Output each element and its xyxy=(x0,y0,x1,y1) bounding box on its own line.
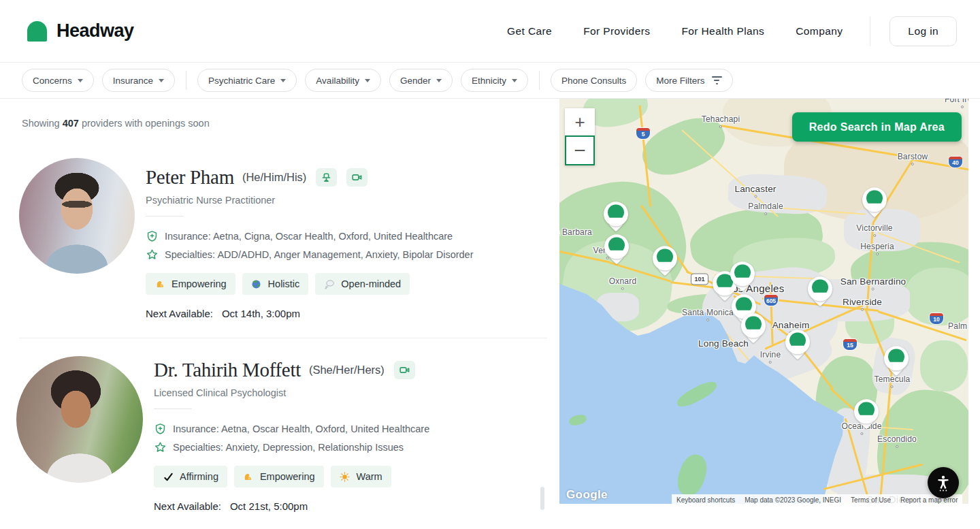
map-city-label: Escondido xyxy=(877,434,917,444)
filter-divider xyxy=(186,71,186,90)
keyboard-shortcuts-link[interactable]: Keyboard shortcuts xyxy=(672,494,740,504)
specialties-row: Specialties: ADD/ADHD, Anger Management,… xyxy=(146,246,473,264)
us-route-shield-icon: 101 xyxy=(691,274,708,285)
provider-info: Peter Pham (He/Him/His) Psychiatric Nurs… xyxy=(146,158,473,319)
nav-for-providers[interactable]: For Providers xyxy=(583,25,650,37)
map-city-label: Palmdale xyxy=(748,202,783,211)
provider-name[interactable]: Peter Pham xyxy=(146,166,234,189)
in-person-chair-icon xyxy=(316,168,337,187)
sun-icon xyxy=(340,471,350,482)
specialties-row: Specialties: Anxiety, Depression, Relati… xyxy=(154,438,429,457)
map-canvas[interactable]: 5401016051015 TehachapiFort IrwinLancast… xyxy=(559,99,968,504)
filter-divider xyxy=(539,71,540,90)
map-city-label: Riverside xyxy=(843,297,882,307)
provider-info: Dr. Tahirih Moffett (She/Her/Hers) Licen… xyxy=(154,356,429,512)
headway-logo[interactable]: Headway xyxy=(27,20,134,42)
filter-availability[interactable]: Availability xyxy=(305,69,381,92)
trait-badges: Empowering Holistic Open-minded xyxy=(146,273,473,295)
divider xyxy=(154,408,192,409)
chevron-down-icon xyxy=(512,79,517,82)
map-data-attribution: Map data ©2023 Google, INEGI xyxy=(740,494,846,504)
interstate-shield-icon: 15 xyxy=(843,338,858,351)
brand-name: Headway xyxy=(56,20,134,42)
map-city-label: San Bernardino xyxy=(840,276,906,287)
provider-map-pin[interactable] xyxy=(652,246,678,281)
filter-label: More Filters xyxy=(656,76,704,86)
provider-map-pin[interactable] xyxy=(862,187,887,223)
map-city-label: Tehachapi xyxy=(702,114,740,124)
filter-insurance[interactable]: Insurance xyxy=(102,69,175,92)
filter-more-filters[interactable]: More Filters xyxy=(645,69,732,92)
next-available-row: Next Available:Oct 21st, 5:00pm xyxy=(154,500,429,512)
next-available-row: Next Available:Oct 14th, 3:00pm xyxy=(146,308,473,319)
filter-label: Availability xyxy=(316,76,359,86)
zoom-in-button[interactable]: + xyxy=(565,108,595,135)
thought-balloon-icon xyxy=(324,278,335,289)
map-city-label: Fort Irwin xyxy=(945,99,968,104)
login-button[interactable]: Log in xyxy=(889,16,957,46)
provider-map-pin[interactable] xyxy=(785,330,811,365)
chevron-down-icon xyxy=(365,79,370,82)
filter-ethnicity[interactable]: Ethnicity xyxy=(461,69,528,92)
google-logo[interactable]: Google xyxy=(566,488,608,502)
accessibility-button[interactable] xyxy=(928,467,959,498)
results-count: 407 xyxy=(63,118,79,129)
globe-icon xyxy=(251,278,262,289)
provider-map-pin[interactable] xyxy=(883,346,909,381)
report-map-error-link[interactable]: Report a map error xyxy=(896,494,962,504)
next-available-label: Next Available: xyxy=(154,500,221,512)
nav-get-care[interactable]: Get Care xyxy=(507,25,552,37)
terms-of-use-link[interactable]: Terms of Use xyxy=(846,494,896,504)
provider-photo[interactable] xyxy=(19,158,135,274)
provider-map-pin[interactable] xyxy=(603,202,629,237)
check-mark-icon xyxy=(163,471,174,482)
scrollbar-thumb[interactable] xyxy=(540,487,544,510)
chevron-down-icon xyxy=(436,79,442,82)
site-header: Headway Get Care For Providers For Healt… xyxy=(0,0,980,63)
city-dot-icon xyxy=(764,212,767,215)
filter-psychiatric-care[interactable]: Psychiatric Care xyxy=(197,69,297,92)
provider-title: Licensed Clinical Psychologist xyxy=(154,387,429,398)
nav-for-health-plans[interactable]: For Health Plans xyxy=(681,25,764,37)
provider-card[interactable]: Dr. Tahirih Moffett (She/Her/Hers) Licen… xyxy=(19,356,550,512)
filter-gender[interactable]: Gender xyxy=(389,69,453,92)
badge-open-minded: Open-minded xyxy=(315,273,410,295)
insurance-list: Aetna, Oscar Health, Oxford, United Heal… xyxy=(221,423,429,434)
zoom-out-button[interactable]: − xyxy=(565,135,595,165)
results-panel: Showing 407 providers with openings soon… xyxy=(0,99,550,512)
redo-search-button[interactable]: Redo Search in Map Area xyxy=(792,112,962,142)
filter-concerns[interactable]: Concerns xyxy=(22,69,94,92)
chevron-down-icon xyxy=(280,79,286,82)
shield-plus-icon xyxy=(154,423,167,436)
provider-map-pin[interactable] xyxy=(807,276,833,312)
city-dot-icon xyxy=(961,106,964,108)
provider-map-pin[interactable] xyxy=(730,261,755,297)
interstate-shield-icon: 5 xyxy=(636,127,651,140)
next-available-value: Oct 21st, 5:00pm xyxy=(230,500,308,512)
provider-map-pin[interactable] xyxy=(604,234,630,270)
provider-map-pin[interactable] xyxy=(740,313,766,349)
city-dot-icon xyxy=(706,319,709,321)
map-city-label: Santa Monica xyxy=(682,308,734,317)
specialties-label: Specialties: xyxy=(165,249,215,260)
provider-photo[interactable] xyxy=(16,356,143,483)
nav-divider xyxy=(870,16,870,46)
content: Showing 407 providers with openings soon… xyxy=(0,99,980,529)
provider-name[interactable]: Dr. Tahirih Moffett xyxy=(154,359,301,381)
city-dot-icon xyxy=(873,234,876,237)
provider-card[interactable]: Peter Pham (He/Him/His) Psychiatric Nurs… xyxy=(19,158,550,319)
shield-plus-icon xyxy=(146,230,159,243)
filter-phone-consults[interactable]: Phone Consults xyxy=(551,69,637,92)
insurance-label: Insurance: xyxy=(165,231,211,242)
primary-nav: Get Care For Providers For Health Plans … xyxy=(507,25,843,37)
map-zoom-controls: + − xyxy=(565,108,595,165)
badge-label: Warm xyxy=(357,471,382,482)
provider-map-pin[interactable] xyxy=(853,399,879,434)
showing-suffix: providers with openings soon xyxy=(82,118,210,129)
map-park xyxy=(920,340,968,391)
insurance-label: Insurance: xyxy=(173,423,219,434)
filter-label: Concerns xyxy=(33,76,72,86)
badge-holistic: Holistic xyxy=(242,273,309,295)
provider-pronouns: (He/Him/His) xyxy=(242,171,306,184)
nav-company[interactable]: Company xyxy=(796,25,843,37)
